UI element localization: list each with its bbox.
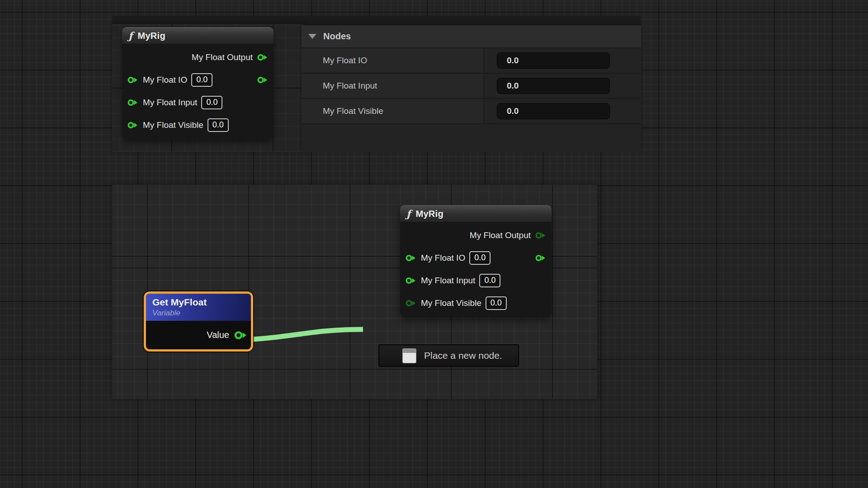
node-title: MyRig: [137, 31, 165, 41]
place-new-node-tooltip: Place a new node.: [378, 344, 519, 367]
pin-value-input[interactable]: 0.0: [208, 118, 229, 132]
property-value-cell: 0.0: [484, 74, 641, 98]
function-node-myrig-overview[interactable]: ƒ MyRig My Float Output My Float IO 0.0 …: [122, 27, 274, 139]
function-icon: ƒ: [128, 31, 132, 41]
node-row-my-float-input: My Float Input 0.0: [122, 91, 274, 114]
pin-label: My Float Visible: [143, 120, 203, 130]
pin-label: My Float Output: [192, 52, 253, 62]
pin-value-input[interactable]: 0.0: [191, 73, 212, 87]
node-body: Value: [146, 321, 251, 349]
float-value-input[interactable]: 0.0: [497, 78, 610, 94]
panel-section-header[interactable]: Nodes: [302, 25, 641, 48]
output-pin-icon[interactable]: [257, 76, 269, 84]
pin-value-input[interactable]: 0.0: [201, 96, 222, 110]
output-pin-icon[interactable]: [257, 53, 269, 61]
node-header[interactable]: ƒ MyRig: [400, 205, 552, 222]
node-row-my-float-output: My Float Output: [122, 46, 274, 69]
property-label: My Float Input: [302, 74, 484, 98]
details-panel-nodes: Nodes My Float IO 0.0 My Float Input 0.0…: [302, 25, 641, 149]
node-row-my-float-visible: My Float Visible 0.0: [122, 114, 274, 136]
property-row-my-float-input: My Float Input 0.0: [302, 74, 641, 99]
node-row-my-float-input: My Float Input 0.0: [400, 269, 552, 292]
node-row-my-float-visible: My Float Visible 0.0: [400, 292, 552, 314]
node-title: MyRig: [415, 209, 443, 219]
output-pin-icon[interactable]: [234, 330, 247, 340]
function-icon: ƒ: [406, 209, 410, 219]
input-pin-icon[interactable]: [405, 277, 417, 285]
pin-label: My Float Input: [421, 276, 475, 286]
node-body: My Float Output My Float IO 0.0 My Float…: [400, 222, 552, 317]
variable-node-get-myfloat[interactable]: Get MyFloat Variable Value: [144, 291, 253, 352]
node-title: Get MyFloat: [152, 297, 251, 308]
pin-label: Value: [207, 330, 229, 340]
collapse-arrow-icon: [308, 34, 316, 39]
node-header[interactable]: ƒ MyRig: [122, 27, 274, 44]
property-row-my-float-visible: My Float Visible 0.0: [302, 99, 641, 124]
property-label: My Float Visible: [302, 99, 484, 123]
tooltip-text: Place a new node.: [424, 350, 502, 361]
dragged-wire[interactable]: [244, 315, 375, 347]
node-body: My Float Output My Float IO 0.0 My Float…: [122, 44, 274, 139]
property-row-my-float-io: My Float IO 0.0: [302, 48, 641, 74]
node-subtitle: Variable: [152, 309, 251, 318]
graph-editor-canvas[interactable]: { "node_top": { "fn_icon": "ƒ", "title":…: [0, 0, 868, 488]
pin-value-input[interactable]: 0.0: [479, 274, 500, 288]
input-pin-icon[interactable]: [127, 121, 139, 129]
input-pin-icon[interactable]: [405, 254, 417, 262]
pin-value-input[interactable]: 0.0: [469, 251, 491, 265]
function-node-myrig-graph[interactable]: ƒ MyRig My Float Output My Float IO 0.0 …: [400, 205, 552, 317]
input-pin-icon[interactable]: [127, 99, 139, 107]
panel-section-title: Nodes: [323, 31, 351, 42]
input-pin-icon-dim[interactable]: [405, 299, 417, 307]
pin-label: My Float IO: [421, 253, 465, 263]
pin-label: My Float Visible: [421, 298, 481, 308]
pin-label: My Float IO: [143, 75, 187, 85]
node-icon: [402, 348, 416, 363]
node-row-my-float-output: My Float Output: [400, 224, 552, 247]
property-value-cell: 0.0: [484, 48, 641, 73]
output-pin-icon[interactable]: [535, 254, 547, 262]
node-header[interactable]: Get MyFloat Variable: [146, 294, 251, 321]
pin-value-input[interactable]: 0.0: [486, 296, 507, 310]
node-row-my-float-io: My Float IO 0.0: [122, 69, 274, 91]
output-pin-icon-dim[interactable]: [535, 231, 547, 239]
property-value-cell: 0.0: [484, 99, 641, 123]
pin-label: My Float Output: [470, 230, 531, 240]
input-pin-icon[interactable]: [127, 76, 139, 84]
float-value-input[interactable]: 0.0: [497, 52, 610, 69]
pin-label: My Float Input: [143, 98, 197, 108]
property-label: My Float IO: [302, 48, 484, 73]
panel-empty-area: [302, 124, 641, 152]
node-row-my-float-io: My Float IO 0.0: [400, 247, 552, 269]
float-value-input[interactable]: 0.0: [497, 103, 610, 119]
